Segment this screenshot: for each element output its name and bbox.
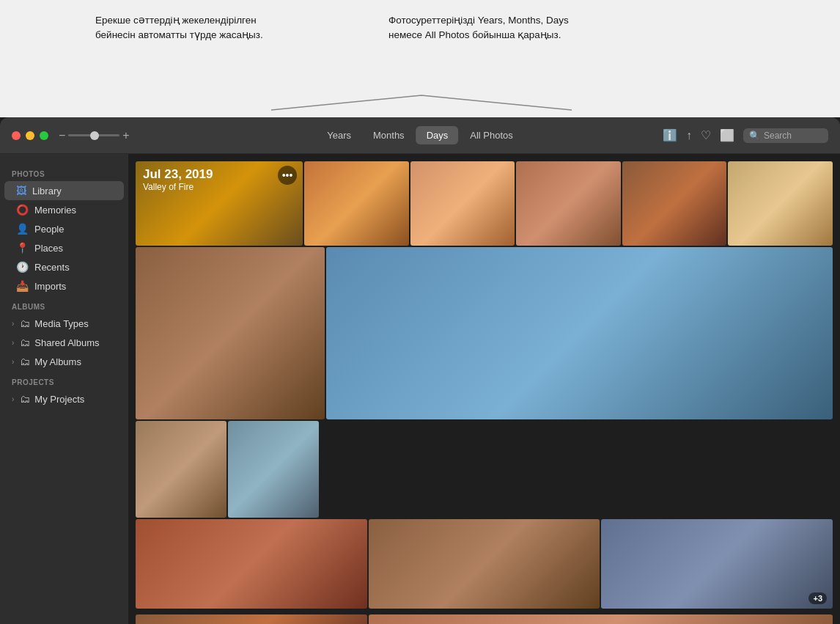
library-icon: 🖼 xyxy=(16,185,26,197)
tab-days[interactable]: Days xyxy=(416,126,459,144)
sidebar: Photos 🖼 Library ⭕ Memories 👤 People 📍 P… xyxy=(0,154,128,624)
share-icon[interactable]: ↑ xyxy=(686,129,692,142)
tab-months[interactable]: Months xyxy=(363,126,415,144)
more-button[interactable]: ••• xyxy=(278,166,297,185)
minimize-button[interactable] xyxy=(26,131,34,140)
sidebar-item-label-my-albums: My Albums xyxy=(34,356,81,367)
sidebar-item-my-albums[interactable]: › 🗂 My Albums xyxy=(4,352,124,371)
content-area: Photos 🖼 Library ⭕ Memories 👤 People 📍 P… xyxy=(0,154,840,624)
recents-icon: 🕐 xyxy=(16,261,29,273)
tooltip-area: Ерекше сәттердің жекелендірілген бейнесі… xyxy=(0,0,840,117)
day-group-jul24: Jul 24, 2019 xyxy=(136,614,833,624)
photo-thumb[interactable] xyxy=(728,161,833,246)
tab-all-photos[interactable]: All Photos xyxy=(460,126,523,144)
search-input[interactable] xyxy=(764,131,822,141)
media-types-icon: 🗂 xyxy=(20,317,30,329)
tooltip-left: Ерекше сәттердің жекелендірілген бейнесі… xyxy=(95,13,286,42)
date-line2: Valley of Fire xyxy=(143,182,213,192)
sidebar-item-recents[interactable]: 🕐 Recents xyxy=(4,257,124,276)
memories-icon: ⭕ xyxy=(16,204,29,216)
sidebar-section-photos: Photos xyxy=(0,163,128,181)
people-icon: 👤 xyxy=(16,223,29,235)
sidebar-item-people[interactable]: 👤 People xyxy=(4,219,124,238)
photo-thumb[interactable] xyxy=(228,421,319,518)
date-line1: Jul 23, 2019 xyxy=(143,167,213,182)
chevron-icon: › xyxy=(12,339,14,347)
zoom-out-button[interactable]: − xyxy=(59,129,65,142)
heart-icon[interactable]: ♡ xyxy=(701,128,711,142)
photo-thumb[interactable]: Jul 23, 2019 Valley of Fire ••• xyxy=(136,161,303,246)
overlay-count: +3 xyxy=(808,592,827,604)
zoom-slider-thumb[interactable] xyxy=(90,131,99,140)
tooltip-bracket xyxy=(271,94,572,111)
sidebar-item-library[interactable]: 🖼 Library xyxy=(4,181,124,200)
my-projects-icon: 🗂 xyxy=(20,393,30,405)
sidebar-item-imports[interactable]: 📥 Imports xyxy=(4,276,124,296)
shared-albums-icon: 🗂 xyxy=(20,337,30,348)
zoom-in-button[interactable]: + xyxy=(122,129,129,142)
photo-thumb[interactable] xyxy=(369,519,600,609)
fullscreen-button[interactable] xyxy=(40,131,48,140)
places-icon: 📍 xyxy=(16,242,29,254)
sidebar-item-my-projects[interactable]: › 🗂 My Projects xyxy=(4,389,124,408)
photo-thumb[interactable] xyxy=(410,161,515,246)
sidebar-item-label-memories: Memories xyxy=(34,205,76,216)
sidebar-item-memories[interactable]: ⭕ Memories xyxy=(4,200,124,219)
imports-icon: 📥 xyxy=(16,280,29,292)
search-box[interactable]: 🔍 xyxy=(743,128,828,143)
strip-row-1: Jul 23, 2019 Valley of Fire ••• xyxy=(136,161,833,246)
close-button[interactable] xyxy=(12,131,21,140)
photo-thumb[interactable] xyxy=(326,247,833,419)
photo-area[interactable]: Jul 23, 2019 Valley of Fire ••• xyxy=(128,154,840,624)
chevron-icon: › xyxy=(12,395,14,403)
search-icon: 🔍 xyxy=(749,131,760,141)
photo-thumb[interactable] xyxy=(136,519,367,609)
sidebar-item-label-imports: Imports xyxy=(34,281,66,292)
photo-thumb[interactable]: Jul 24, 2019 xyxy=(136,614,367,624)
toolbar-right: ℹ️ ↑ ♡ ⬜ 🔍 xyxy=(663,128,828,143)
chevron-icon: › xyxy=(12,320,14,328)
chevron-icon: › xyxy=(12,358,14,366)
sidebar-item-media-types[interactable]: › 🗂 Media Types xyxy=(4,314,124,333)
sidebar-item-label-shared-albums: Shared Albums xyxy=(34,337,99,348)
photo-thumb[interactable]: +3 xyxy=(601,519,833,609)
sidebar-item-label-library: Library xyxy=(32,186,62,197)
my-albums-icon: 🗂 xyxy=(20,356,30,367)
sidebar-section-projects: Projects xyxy=(0,371,128,389)
zoom-control: − + xyxy=(59,129,130,142)
zoom-slider[interactable] xyxy=(68,134,119,136)
traffic-lights xyxy=(12,131,48,140)
sidebar-item-label-my-projects: My Projects xyxy=(34,394,84,405)
sidebar-item-label-places: Places xyxy=(34,243,63,254)
sidebar-section-albums: Albums xyxy=(0,296,128,314)
photo-thumb[interactable] xyxy=(136,421,226,518)
photo-thumb[interactable] xyxy=(136,247,325,419)
photo-thumb[interactable] xyxy=(304,161,409,246)
sidebar-item-label-media-types: Media Types xyxy=(34,318,88,329)
info-icon[interactable]: ℹ️ xyxy=(663,128,677,142)
sidebar-item-label-people: People xyxy=(34,224,64,235)
sidebar-item-places[interactable]: 📍 Places xyxy=(4,238,124,257)
crop-icon[interactable]: ⬜ xyxy=(720,128,734,142)
photo-thumb[interactable] xyxy=(622,161,727,246)
main-window: − + Years Months Days All Photos ℹ️ ↑ ♡ … xyxy=(0,117,840,624)
titlebar: − + Years Months Days All Photos ℹ️ ↑ ♡ … xyxy=(0,117,840,154)
tab-years[interactable]: Years xyxy=(317,126,361,144)
nav-tabs: Years Months Days All Photos xyxy=(317,126,523,144)
sidebar-item-shared-albums[interactable]: › 🗂 Shared Albums xyxy=(4,333,124,352)
date-badge: Jul 23, 2019 Valley of Fire xyxy=(143,167,213,192)
tooltip-right: Фотосуреттеріңізді Years, Months, Days н… xyxy=(388,13,594,42)
sidebar-item-label-recents: Recents xyxy=(34,262,70,273)
photo-thumb[interactable] xyxy=(369,614,833,624)
day-group-jul23: Jul 23, 2019 Valley of Fire ••• xyxy=(136,161,833,609)
photo-thumb[interactable] xyxy=(516,161,621,246)
